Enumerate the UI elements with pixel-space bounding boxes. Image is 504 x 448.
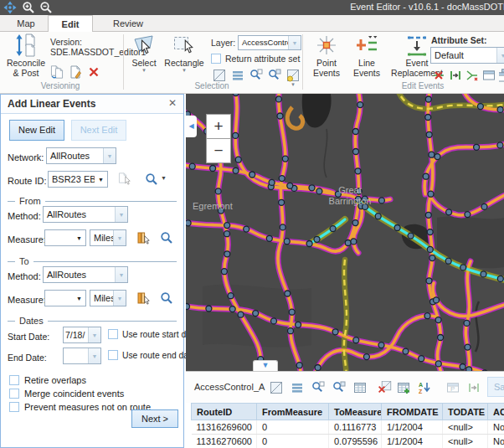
table-show-selected-button[interactable] (291, 380, 305, 394)
prevent-measures-checkbox[interactable] (9, 402, 19, 412)
table-measure-button[interactable] (467, 380, 481, 394)
zoom-out-icon[interactable] (39, 1, 53, 14)
chevron-down-icon[interactable]: ▼ (95, 172, 107, 187)
use-route-end-checkbox[interactable] (108, 350, 118, 360)
table-zoom-to-selected-button[interactable] (311, 380, 326, 394)
tab-map[interactable]: Map (5, 15, 47, 32)
cell-access[interactable]: No (488, 420, 504, 435)
compress-version-icon[interactable] (50, 65, 64, 79)
rectangle-dropdown-caret[interactable]: ▾ (164, 68, 204, 73)
return-attribute-set-checkbox[interactable] (211, 54, 221, 64)
to-measure-pick-icon[interactable] (136, 291, 150, 305)
chevron-down-icon[interactable]: ▼ (115, 267, 127, 282)
collapse-table-arrow[interactable]: ▼ (253, 360, 278, 371)
line-events-button[interactable]: Line Events Line Events (348, 33, 385, 78)
collapse-panel-arrow[interactable]: ◀ (186, 116, 197, 137)
to-measure-combobox[interactable]: ▼ (44, 290, 86, 306)
to-measure-zoom-icon[interactable] (160, 291, 173, 305)
column-header-routeid[interactable]: RouteID (192, 404, 257, 420)
column-header-access[interactable]: ACCESS (488, 404, 504, 420)
chevron-down-icon[interactable]: ▼ (288, 36, 301, 49)
zoom-to-selection-icon[interactable] (249, 69, 263, 82)
point-events-button[interactable]: Point Events (308, 33, 345, 78)
chevron-down-icon[interactable]: ▼ (73, 291, 85, 306)
event-panels-icon[interactable] (499, 69, 504, 82)
chevron-down-icon[interactable]: ▼ (88, 327, 100, 342)
next-button[interactable]: Next > (131, 409, 178, 428)
network-combobox[interactable]: AllRoutes ▼ (46, 147, 116, 164)
table-clear-selection-button[interactable] (378, 380, 393, 394)
route-select-icon[interactable] (118, 173, 131, 186)
chevron-down-icon[interactable]: ▼ (113, 291, 126, 306)
table-attributes-button[interactable]: P (446, 380, 460, 394)
table-row[interactable]: 11316270600 0 0.0795596 1/1/2004 <null> … (192, 435, 504, 448)
chevron-down-icon[interactable]: ▼ (73, 230, 85, 245)
select-tool-button[interactable]: Select ▾ (127, 33, 161, 73)
split-event-icon[interactable] (432, 69, 445, 82)
map-zoom-out-button[interactable]: − (206, 138, 231, 163)
column-header-frommeasure[interactable]: FromMeasure (257, 404, 329, 420)
use-route-start-checkbox[interactable] (108, 329, 118, 339)
new-edit-button[interactable]: New Edit (9, 120, 64, 141)
table-sort-button[interactable]: AZ (418, 380, 432, 394)
end-date-combobox[interactable]: ▼ (63, 348, 101, 364)
from-measure-zoom-icon[interactable] (160, 231, 173, 245)
cell-access[interactable]: No (488, 435, 504, 448)
save-button[interactable]: Save (487, 377, 504, 397)
table-calculate-button[interactable] (353, 380, 368, 394)
rectangle-tool-button[interactable]: Rectangle ▾ (164, 33, 204, 73)
return-attribute-set-option[interactable]: Return attribute set (211, 54, 300, 64)
column-header-tomeasure[interactable]: ToMeasure (329, 404, 382, 420)
chevron-down-icon[interactable]: ▼ (103, 148, 116, 163)
cell-frommeasure[interactable]: 0 (257, 420, 329, 435)
cell-frommeasure[interactable]: 0 (257, 435, 329, 448)
cell-fromdate[interactable]: 1/1/2004 (382, 420, 443, 435)
from-method-combobox[interactable]: AllRoutes ▼ (43, 206, 128, 223)
route-zoom-caret[interactable]: ▼ (161, 175, 167, 181)
attribute-set-combobox[interactable]: Default ▼ (430, 47, 504, 64)
to-method-combobox[interactable]: AllRoutes ▼ (43, 266, 128, 283)
select-features-icon[interactable] (213, 69, 226, 82)
tab-edit[interactable]: Edit (48, 15, 93, 33)
pan-to-selection-icon[interactable] (268, 69, 281, 82)
from-measure-combobox[interactable]: ▼ (44, 229, 86, 246)
event-attributes-window-icon[interactable] (482, 69, 496, 82)
select-dropdown-caret[interactable]: ▾ (127, 68, 161, 73)
column-header-fromdate[interactable]: FROMDATE (382, 404, 443, 420)
new-version-icon[interactable] (69, 65, 82, 79)
cell-todate[interactable]: <null> (443, 420, 488, 435)
snap-event-icon[interactable] (465, 69, 479, 82)
close-icon[interactable]: ✕ (168, 97, 177, 109)
clear-selection-button[interactable]: ▾ (286, 69, 300, 87)
table-select-features-button[interactable] (270, 380, 284, 394)
column-header-todate[interactable]: TODATE (443, 404, 488, 420)
start-date-combobox[interactable]: 7/18/ ▼ (63, 327, 101, 343)
route-zoom-icon[interactable] (145, 173, 158, 186)
chevron-down-icon[interactable]: ▼ (496, 48, 504, 63)
next-edit-button[interactable]: Next Edit (71, 120, 126, 141)
chevron-down-icon[interactable]: ▼ (88, 348, 100, 363)
cell-routeid[interactable]: 11316269600 (192, 420, 257, 435)
table-row[interactable]: 11316269600 0 0.1116773 1/1/2004 <null> … (192, 420, 504, 435)
to-unit-combobox[interactable]: Miles ▼ (90, 290, 126, 306)
merge-event-icon[interactable] (449, 69, 462, 82)
from-measure-pick-icon[interactable] (136, 231, 150, 245)
cell-fromdate[interactable]: 1/1/2004 (382, 435, 443, 448)
cell-routeid[interactable]: 11316270600 (192, 435, 257, 448)
cell-tomeasure[interactable]: 0.1116773 (329, 420, 382, 435)
table-add-record-button[interactable] (397, 380, 411, 394)
layer-combobox[interactable]: AccessControl_A ▼ (238, 35, 301, 50)
pan-icon[interactable] (3, 1, 17, 14)
chevron-down-icon[interactable]: ▼ (113, 230, 126, 245)
map-view[interactable]: Egremont Great Barrington ◀ + − ▼ (186, 94, 504, 371)
zoom-in-icon[interactable] (22, 1, 35, 14)
cell-todate[interactable]: <null> (443, 435, 488, 448)
table-pan-to-selected-button[interactable] (332, 380, 347, 394)
from-unit-combobox[interactable]: Miles ▼ (90, 229, 126, 246)
delete-version-icon[interactable] (87, 65, 100, 79)
tab-review[interactable]: Review (102, 15, 154, 32)
reconcile-post-button[interactable]: Reconcile & Post (3, 33, 49, 78)
route-id-combobox[interactable]: BSR23 EB ▼ (48, 171, 108, 188)
map-zoom-in-button[interactable]: + (206, 114, 231, 139)
chevron-down-icon[interactable]: ▼ (115, 207, 127, 222)
